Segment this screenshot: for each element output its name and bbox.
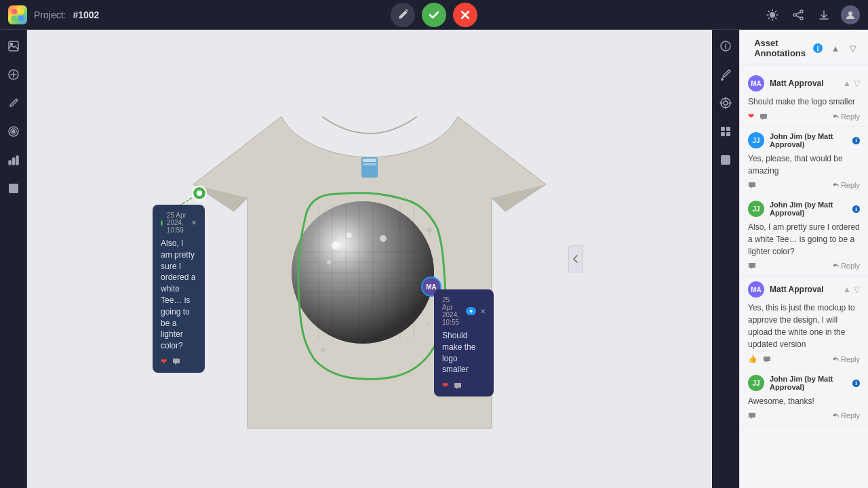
svg-rect-51: [726, 132, 730, 136]
annotations-header-icon: [748, 43, 749, 54]
project-id: #1002: [73, 9, 99, 20]
square-fill-icon[interactable]: [716, 150, 735, 169]
svg-rect-0: [12, 9, 17, 14]
canvas-area[interactable]: ✦ ✦ ✦: [27, 30, 712, 488]
anno-chevron-up-4[interactable]: ▲: [843, 285, 851, 294]
anno-comment-1[interactable]: [760, 113, 768, 121]
share-icon[interactable]: [789, 6, 807, 24]
anno-avatar-5: JJ: [748, 375, 764, 391]
annotation-entry-1: MA Matt Approval ▲ ▽ Should make the log…: [740, 70, 868, 127]
sidebar-icon-pen[interactable]: [4, 94, 23, 113]
target-icon[interactable]: [716, 94, 735, 113]
annotation1-date: 25 Apr 2024, 10:59: [167, 211, 187, 234]
svg-rect-1: [18, 9, 24, 14]
brush-icon[interactable]: [716, 65, 735, 84]
svg-point-47: [724, 101, 728, 105]
annotation2-text: Should make the logo smaller: [442, 330, 486, 375]
anno-username-4: Matt Approval: [770, 285, 837, 294]
annotation2-close[interactable]: ✕: [480, 308, 486, 315]
svg-rect-15: [9, 161, 11, 165]
anno-text-1: Should make the logo smaller: [748, 96, 860, 108]
annotation1-text: Also, I am pretty sure I ordered a white…: [161, 238, 197, 352]
anno-comment-3[interactable]: [748, 262, 756, 270]
reject-button[interactable]: [453, 3, 477, 27]
anno-reply-3[interactable]: Reply: [832, 262, 860, 270]
brightness-icon[interactable]: [764, 6, 781, 24]
svg-point-37: [332, 241, 340, 249]
topbar-right-actions: [764, 5, 860, 24]
sidebar-icon-image[interactable]: [4, 37, 23, 56]
annotations-header-icon-chevron-down[interactable]: ▽: [846, 41, 860, 55]
svg-point-39: [380, 235, 387, 242]
tshirt-svg: ✦ ✦ ✦: [193, 62, 546, 455]
anno-thumb-4[interactable]: 👍: [748, 354, 757, 363]
svg-rect-17: [16, 156, 18, 165]
pencil-button[interactable]: [391, 3, 415, 27]
anno-username-3: John Jim (by Matt Approval): [770, 201, 847, 217]
svg-rect-3: [18, 16, 24, 21]
anno-comment-5[interactable]: [748, 411, 756, 420]
sidebar-icon-square[interactable]: [4, 179, 23, 198]
anno-heart-1[interactable]: ❤: [748, 112, 754, 121]
annotations-title: Asset Annotations: [754, 38, 806, 58]
left-sidebar: [0, 30, 27, 488]
anno-avatar-1: MA: [748, 75, 764, 92]
anno-chevron-down-4[interactable]: ▽: [854, 285, 860, 294]
annotation-entry-5: JJ John Jim (by Matt Approval) ℹ Awesome…: [740, 369, 868, 426]
svg-rect-48: [721, 127, 725, 131]
svg-text:✦: ✦: [424, 223, 435, 238]
anno-reply-1[interactable]: Reply: [832, 113, 860, 121]
svg-rect-20: [363, 159, 376, 162]
tshirt-container: ✦ ✦ ✦: [193, 62, 546, 455]
approve-button[interactable]: [422, 3, 446, 27]
anno-comment-2[interactable]: [748, 181, 756, 189]
right-mini-sidebar: [712, 30, 739, 488]
annotation1-reaction-comment[interactable]: [172, 357, 180, 365]
annotation-entry-2: JJ John Jim (by Matt Approval) ℹ Yes, pl…: [740, 127, 868, 195]
sidebar-icon-chart[interactable]: [4, 150, 23, 169]
annotations-header-icon-chevron-up[interactable]: ▲: [829, 41, 842, 55]
annotation2-reaction-heart[interactable]: ❤: [442, 381, 448, 390]
anno-comment-4[interactable]: [763, 355, 771, 363]
svg-rect-21: [363, 163, 376, 165]
annotation2-reaction-comment[interactable]: [454, 382, 462, 390]
anno-reply-4[interactable]: Reply: [832, 355, 860, 363]
anno-username-1: Matt Approval: [770, 79, 837, 88]
anno-chevron-up-1[interactable]: ▲: [843, 79, 851, 88]
anno-reply-5[interactable]: Reply: [832, 411, 860, 420]
annotation1-reaction-heart[interactable]: ❤: [161, 357, 167, 366]
panel-collapse-button[interactable]: [568, 245, 583, 272]
svg-rect-49: [726, 127, 730, 131]
annotations-list: MA Matt Approval ▲ ▽ Should make the log…: [740, 64, 868, 488]
anno-text-5: Awesome, thanks!: [748, 395, 860, 407]
anno-chevron-down-1[interactable]: ▽: [854, 79, 860, 88]
download-icon[interactable]: [815, 6, 833, 24]
svg-point-8: [848, 12, 852, 16]
anno-avatar-2: JJ: [748, 132, 764, 148]
info-icon[interactable]: [716, 37, 735, 56]
anno-avatar-4: MA: [748, 281, 764, 298]
annotation1-close[interactable]: ✕: [191, 219, 197, 226]
svg-point-4: [770, 12, 775, 18]
app-logo[interactable]: [8, 5, 27, 24]
annotations-header-controls: ▲ ▽: [811, 41, 860, 55]
svg-rect-16: [12, 158, 14, 165]
svg-text:✦: ✦: [424, 319, 431, 329]
anno-text-2: Yes, please, that would be amazing: [748, 152, 860, 177]
annotation2-date: 25 Apr 2024, 10:55: [442, 296, 459, 326]
anno-reply-2[interactable]: Reply: [832, 181, 860, 189]
main-content: ✦ ✦ ✦: [0, 30, 868, 488]
annotation-entry-4: MA Matt Approval ▲ ▽ Yes, this is just t…: [740, 276, 868, 369]
user-avatar-topbar[interactable]: [841, 5, 860, 24]
annotations-header-icon-info[interactable]: [811, 41, 825, 55]
svg-point-14: [12, 131, 14, 133]
grid-icon[interactable]: [716, 122, 735, 141]
anno-avatar-3: JJ: [748, 201, 764, 217]
svg-text:✦: ✦: [319, 344, 328, 356]
topbar: Project: #1002: [0, 0, 868, 30]
sidebar-icon-add[interactable]: [4, 65, 23, 84]
anno-username-5: John Jim (by Matt Approval): [770, 375, 847, 391]
svg-rect-18: [9, 184, 18, 193]
svg-point-38: [347, 232, 352, 238]
sidebar-icon-target[interactable]: [4, 122, 23, 141]
